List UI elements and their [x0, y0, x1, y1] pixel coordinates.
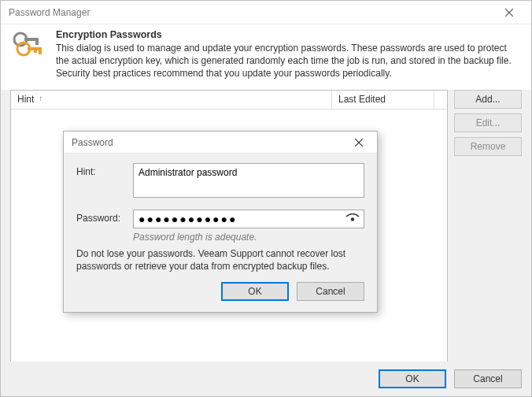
- header-title: Encryption Passwords: [56, 29, 522, 40]
- column-last-edited-label: Last Edited: [338, 94, 386, 105]
- window-close-button[interactable]: [493, 2, 525, 24]
- edit-button: Edit...: [454, 113, 522, 132]
- header-description: This dialog is used to manage and update…: [56, 42, 522, 80]
- hint-label: Hint:: [76, 163, 133, 200]
- column-header-last-edited[interactable]: Last Edited: [332, 91, 434, 109]
- remove-button: Remove: [454, 137, 522, 156]
- svg-point-11: [351, 217, 354, 221]
- column-header-hint[interactable]: Hint ↑: [11, 91, 332, 109]
- close-icon: [355, 139, 363, 147]
- cancel-button[interactable]: Cancel: [454, 369, 522, 388]
- password-dialog-button-bar: OK Cancel: [76, 282, 364, 301]
- ok-button[interactable]: OK: [379, 369, 446, 388]
- password-input[interactable]: [133, 210, 364, 228]
- side-buttons: Add... Edit... Remove: [454, 90, 522, 359]
- password-dialog: Password Hint: Password:: [63, 131, 378, 313]
- password-dialog-titlebar: Password: [64, 132, 377, 154]
- header: Encryption Passwords This dialog is used…: [1, 24, 531, 90]
- dialog-button-bar: OK Cancel: [1, 362, 531, 396]
- reveal-password-button[interactable]: [344, 211, 361, 227]
- sort-ascending-icon: ↑: [39, 95, 42, 102]
- add-button[interactable]: Add...: [454, 90, 522, 109]
- keys-icon: [10, 29, 46, 65]
- header-text: Encryption Passwords This dialog is used…: [46, 29, 522, 80]
- password-ok-button[interactable]: OK: [221, 282, 289, 301]
- svg-rect-4: [35, 38, 39, 45]
- eye-icon: [345, 213, 360, 224]
- list-header: Hint ↑ Last Edited: [11, 91, 447, 109]
- password-warning-text: Do not lose your passwords. Veeam Suppor…: [76, 247, 364, 273]
- svg-rect-7: [39, 47, 42, 54]
- hint-input[interactable]: [133, 163, 364, 198]
- password-label: Password:: [76, 210, 133, 243]
- password-dialog-title: Password: [72, 137, 345, 148]
- column-hint-label: Hint: [17, 94, 34, 105]
- password-manager-window: Password Manager: [0, 0, 532, 397]
- password-cancel-button[interactable]: Cancel: [297, 282, 364, 301]
- password-dialog-close-button[interactable]: [345, 133, 372, 152]
- column-spacer: [434, 91, 447, 109]
- svg-rect-8: [34, 47, 37, 53]
- close-icon: [505, 9, 513, 17]
- password-strength-text: Password length is adequate.: [133, 232, 364, 243]
- titlebar: Password Manager: [1, 1, 531, 24]
- window-title: Password Manager: [9, 7, 493, 18]
